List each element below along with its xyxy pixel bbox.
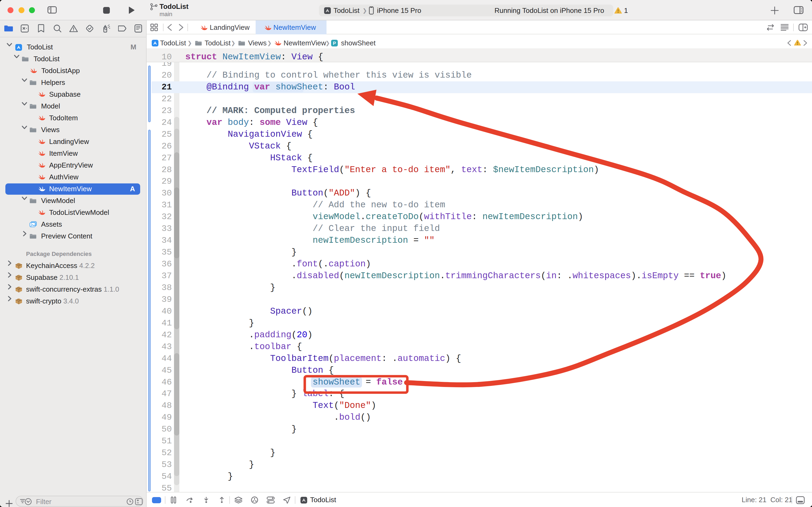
svg-text:P: P: [333, 41, 336, 46]
